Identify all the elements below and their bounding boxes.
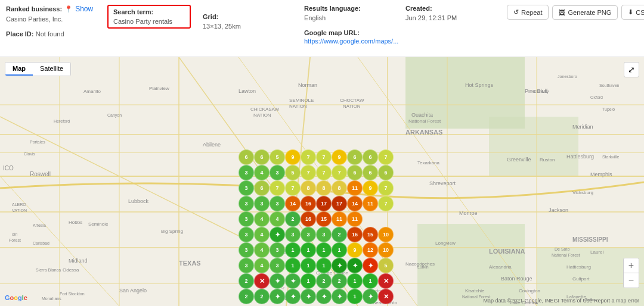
- svg-text:LOUISIANA: LOUISIANA: [489, 248, 525, 255]
- svg-text:Lufkin: Lufkin: [417, 265, 429, 269]
- map-background: Roswell Lubbock Midland Odessa San Angel…: [0, 57, 644, 306]
- svg-text:NATION: NATION: [289, 104, 307, 109]
- grid-label: Grid:: [203, 13, 292, 20]
- svg-text:Monahans: Monahans: [42, 296, 61, 301]
- svg-text:Shreveport: Shreveport: [429, 180, 456, 186]
- svg-text:San Angelo: San Angelo: [119, 288, 147, 293]
- svg-text:Laurel: Laurel: [590, 249, 603, 255]
- svg-text:Clovis: Clovis: [24, 152, 36, 156]
- business-name: Casino Parties, Inc.: [6, 15, 95, 23]
- tab-satellite[interactable]: Satellite: [33, 63, 70, 76]
- svg-text:Sierra Blanca: Sierra Blanca: [36, 268, 61, 272]
- svg-text:Tupelo: Tupelo: [602, 107, 615, 112]
- zoom-in-button[interactable]: +: [624, 258, 639, 273]
- svg-text:Seminole: Seminole: [88, 221, 109, 227]
- created-label: Created:: [405, 5, 495, 12]
- results-language-label: Results language:: [304, 5, 394, 12]
- svg-text:CHOCTAW: CHOCTAW: [340, 98, 364, 103]
- svg-text:Fort Stockton: Fort Stockton: [60, 292, 85, 296]
- repeat-button[interactable]: ↺ Repeat: [507, 5, 549, 20]
- svg-text:NATION: NATION: [253, 113, 271, 118]
- svg-text:Hobbs: Hobbs: [69, 220, 82, 225]
- svg-text:Alexandria: Alexandria: [489, 264, 512, 270]
- svg-text:Jonesboro: Jonesboro: [558, 74, 577, 79]
- svg-text:SEMINOLE: SEMINOLE: [289, 98, 314, 103]
- zoom-out-button[interactable]: −: [624, 273, 639, 288]
- svg-text:Jackson: Jackson: [549, 207, 568, 213]
- search-term-section: Search term: Casino Party rentals: [107, 5, 191, 29]
- action-buttons: ↺ Repeat 🖼 Generate PNG ⬇ CSV 🗑 Delete 🔗…: [507, 5, 644, 20]
- svg-text:Gulfport: Gulfport: [572, 276, 590, 282]
- svg-rect-3: [489, 117, 578, 176]
- search-term-label: Search term:: [113, 8, 185, 15]
- svg-text:☆: ☆: [280, 285, 285, 291]
- place-id-label: Place ID:: [6, 30, 33, 38]
- svg-text:Meridian: Meridian: [572, 124, 593, 130]
- results-language-section: Results language: English Google map URL…: [304, 5, 394, 45]
- svg-text:Portales: Portales: [30, 140, 45, 144]
- fullscreen-button[interactable]: ⤢: [624, 62, 639, 77]
- svg-text:ICO: ICO: [3, 165, 14, 171]
- created-value: Jun 29, 12:31 PM: [405, 14, 495, 21]
- image-icon: 🖼: [559, 9, 565, 16]
- svg-text:De Soto: De Soto: [555, 247, 569, 251]
- svg-text:Longview: Longview: [435, 241, 456, 246]
- ranked-business-section: Ranked business: 📍 Show Casino Parties, …: [6, 5, 95, 38]
- google-map-url-label: Google map URL:: [304, 29, 360, 36]
- download-icon: ⬇: [628, 8, 633, 16]
- svg-text:Vicksburg: Vicksburg: [572, 190, 593, 195]
- svg-text:Carlsbad: Carlsbad: [33, 241, 49, 245]
- results-language-value: English: [304, 14, 394, 21]
- svg-text:Norman: Norman: [298, 82, 317, 88]
- svg-text:NATION: NATION: [343, 104, 361, 109]
- svg-text:Forest: Forest: [9, 238, 21, 242]
- created-section: Created: Jun 29, 12:31 PM: [405, 5, 495, 21]
- svg-text:Odessa: Odessa: [63, 267, 79, 273]
- tab-map[interactable]: Map: [5, 63, 33, 76]
- grid-section: Grid: 13×13, 25km: [203, 13, 292, 30]
- svg-text:Spring: Spring: [370, 288, 383, 293]
- svg-text:Lubbock: Lubbock: [128, 198, 149, 204]
- svg-text:Texarkana: Texarkana: [417, 160, 439, 166]
- svg-text:Hot Springs: Hot Springs: [465, 82, 494, 88]
- svg-text:National Forest: National Forest: [552, 253, 580, 257]
- svg-text:Oxford: Oxford: [590, 95, 603, 99]
- svg-text:Abilene: Abilene: [203, 142, 221, 148]
- map-container[interactable]: Roswell Lubbock Midland Odessa San Angel…: [0, 57, 644, 306]
- grid-value: 13×13, 25km: [203, 23, 292, 30]
- svg-text:Killeen: Killeen: [274, 249, 289, 255]
- svg-text:Canyon: Canyon: [107, 113, 122, 118]
- google-logo: Google: [5, 294, 27, 301]
- svg-text:TEXAS: TEXAS: [179, 260, 201, 267]
- svg-text:Baton Rouge: Baton Rouge: [501, 276, 532, 282]
- ranked-business-label: Ranked business:: [6, 5, 62, 13]
- svg-text:Roswell: Roswell: [30, 171, 51, 177]
- svg-text:VATION: VATION: [12, 208, 27, 213]
- show-link[interactable]: Show: [75, 5, 93, 13]
- generate-png-button[interactable]: 🖼 Generate PNG: [552, 5, 618, 20]
- svg-text:Artesia: Artesia: [33, 223, 46, 227]
- svg-text:Ruston: Ruston: [540, 157, 555, 163]
- repeat-icon: ↺: [513, 8, 519, 16]
- svg-text:Big Spring: Big Spring: [161, 229, 183, 234]
- svg-text:ALERO: ALERO: [12, 202, 26, 207]
- svg-text:Hattiesburg: Hattiesburg: [566, 154, 594, 160]
- svg-text:Plainview: Plainview: [149, 86, 169, 91]
- svg-text:Conway: Conway: [534, 89, 549, 94]
- svg-text:Hattiesburg: Hattiesburg: [566, 264, 591, 270]
- svg-text:oln: oln: [12, 232, 17, 236]
- svg-text:Memphis: Memphis: [590, 171, 612, 177]
- google-map-url-link[interactable]: https://www.google.com/maps/...: [304, 38, 398, 45]
- svg-text:Ouachita: Ouachita: [411, 112, 433, 118]
- svg-text:Covington: Covington: [519, 288, 540, 293]
- place-id-value: Not found: [36, 30, 64, 38]
- svg-text:Hereford: Hereford: [54, 119, 70, 123]
- svg-text:Monroe: Monroe: [459, 210, 478, 216]
- svg-text:National Forest: National Forest: [408, 118, 441, 124]
- svg-text:MISSISSIPPI: MISSISSIPPI: [572, 236, 608, 243]
- svg-text:CHICKASAW: CHICKASAW: [250, 107, 280, 112]
- svg-text:Southaven: Southaven: [599, 83, 620, 88]
- csv-button[interactable]: ⬇ CSV: [621, 5, 644, 20]
- top-bar: Ranked business: 📍 Show Casino Parties, …: [0, 0, 644, 57]
- svg-text:Kisatchie: Kisatchie: [465, 288, 485, 293]
